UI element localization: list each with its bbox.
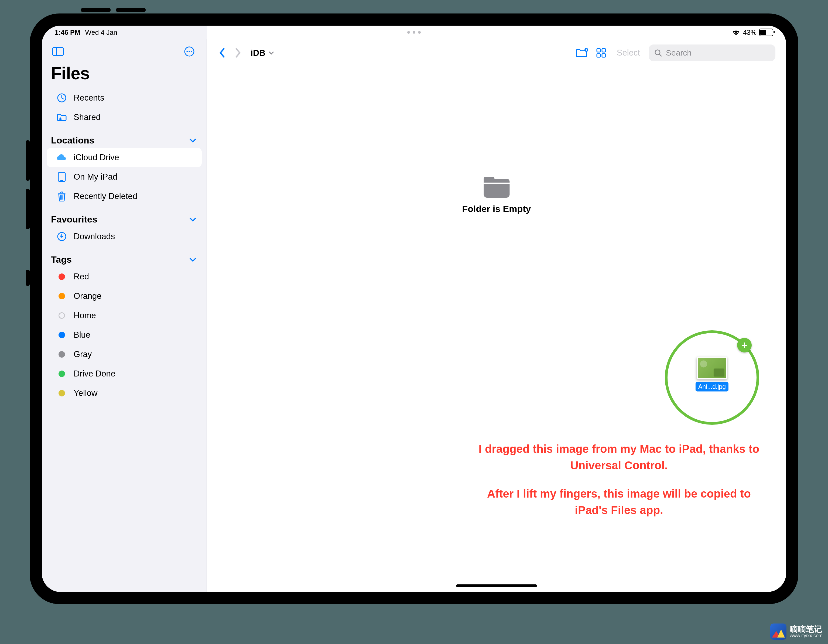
svg-line-20 xyxy=(659,54,661,56)
section-header-tags[interactable]: Tags xyxy=(42,246,207,267)
tag-dot-icon xyxy=(56,329,68,341)
svg-rect-18 xyxy=(602,54,605,57)
svg-point-4 xyxy=(189,51,190,52)
home-indicator[interactable] xyxy=(456,584,537,587)
section-header-favourites[interactable]: Favourites xyxy=(42,206,207,227)
svg-point-7 xyxy=(60,118,61,119)
hardware-side-button-3 xyxy=(26,270,30,286)
annotation-line-2: After I lift my fingers, this image will… xyxy=(476,486,762,519)
sidebar-item-recently-deleted[interactable]: Recently Deleted xyxy=(47,186,202,206)
section-label: Tags xyxy=(51,254,72,265)
hardware-side-button-1 xyxy=(26,140,30,181)
svg-point-5 xyxy=(191,51,192,52)
battery-icon xyxy=(759,28,773,36)
watermark-logo-icon xyxy=(770,624,786,640)
battery-percent: 43% xyxy=(743,28,756,36)
sidebar-item-downloads[interactable]: Downloads xyxy=(47,227,202,246)
svg-rect-16 xyxy=(602,49,605,52)
sidebar-tag-orange[interactable]: Orange xyxy=(47,287,202,306)
content-area: iDB Select xyxy=(207,39,786,592)
hardware-side-button-2 xyxy=(26,189,30,229)
sidebar-tag-drive-done[interactable]: Drive Done xyxy=(47,364,202,384)
sidebar: Files Recents Shared Locations xyxy=(42,39,207,592)
sidebar-item-label: Recents xyxy=(74,93,104,103)
search-icon xyxy=(654,49,662,57)
ipad-icon xyxy=(56,171,68,183)
section-label: Favourites xyxy=(51,214,97,225)
tag-dot-icon xyxy=(56,271,68,283)
status-bar: 1:46 PM Wed 4 Jan 43% xyxy=(42,26,786,39)
app-title: Files xyxy=(42,60,207,88)
sidebar-item-label: Downloads xyxy=(74,232,115,241)
sidebar-item-label: Home xyxy=(74,311,96,320)
shared-folder-icon xyxy=(56,111,68,123)
folder-icon xyxy=(484,177,510,198)
trash-icon xyxy=(56,190,68,202)
annotation-line-1: I dragged this image from my Mac to iPad… xyxy=(476,441,762,474)
multitasking-dots[interactable] xyxy=(407,31,421,34)
forward-button[interactable] xyxy=(233,47,243,58)
file-name-label: Ani...d.jpg xyxy=(696,382,728,391)
annotation-text: I dragged this image from my Mac to iPad… xyxy=(476,441,762,530)
sidebar-item-label: Drive Done xyxy=(74,369,115,379)
sidebar-item-label: iCloud Drive xyxy=(74,153,119,162)
toolbar: iDB Select xyxy=(207,39,786,66)
sidebar-tag-yellow[interactable]: Yellow xyxy=(47,384,202,403)
sidebar-item-icloud-drive[interactable]: iCloud Drive xyxy=(47,148,202,167)
more-options-button[interactable] xyxy=(182,44,196,58)
download-icon xyxy=(56,230,68,243)
toggle-sidebar-button[interactable] xyxy=(51,44,65,58)
sidebar-tag-blue[interactable]: Blue xyxy=(47,325,202,345)
sidebar-tag-gray[interactable]: Gray xyxy=(47,345,202,364)
sidebar-item-label: Gray xyxy=(74,349,92,359)
watermark-url: www.ityixx.com xyxy=(790,633,823,638)
tag-dot-icon xyxy=(56,368,68,380)
sidebar-item-label: Recently Deleted xyxy=(74,191,137,201)
wifi-icon xyxy=(732,29,740,36)
screen: 1:46 PM Wed 4 Jan 43% xyxy=(42,26,786,592)
icloud-icon xyxy=(56,152,68,163)
status-date: Wed 4 Jan xyxy=(85,28,117,36)
status-time: 1:46 PM xyxy=(55,28,80,36)
file-thumbnail xyxy=(697,357,727,379)
breadcrumb-label: iDB xyxy=(251,48,265,58)
sidebar-item-on-my-ipad[interactable]: On My iPad xyxy=(47,167,202,186)
sidebar-item-label: On My iPad xyxy=(74,172,117,182)
select-button[interactable]: Select xyxy=(613,48,643,58)
search-field[interactable] xyxy=(649,44,775,61)
sidebar-item-label: Yellow xyxy=(74,389,97,398)
sidebar-item-label: Red xyxy=(74,272,89,282)
chevron-down-icon xyxy=(189,138,196,143)
empty-label: Folder is Empty xyxy=(462,204,531,214)
plus-badge-icon: + xyxy=(737,338,752,353)
back-button[interactable] xyxy=(216,47,227,58)
chevron-down-icon xyxy=(189,257,196,262)
svg-point-3 xyxy=(187,51,188,52)
sidebar-item-shared[interactable]: Shared xyxy=(47,108,202,127)
clock-icon xyxy=(56,92,68,104)
svg-rect-15 xyxy=(597,49,601,52)
sidebar-tag-red[interactable]: Red xyxy=(47,267,202,287)
sidebar-item-recents[interactable]: Recents xyxy=(47,88,202,108)
tag-dot-icon xyxy=(56,348,68,360)
hardware-volume-up xyxy=(81,8,111,12)
hardware-volume-down xyxy=(116,8,146,12)
ipad-frame: 1:46 PM Wed 4 Jan 43% xyxy=(30,14,798,604)
sidebar-tag-home[interactable]: Home xyxy=(47,306,202,325)
breadcrumb[interactable]: iDB xyxy=(251,48,274,58)
dragged-file: Ani...d.jpg xyxy=(696,357,728,391)
view-options-button[interactable] xyxy=(594,46,608,60)
sidebar-item-label: Shared xyxy=(74,113,100,122)
new-folder-button[interactable] xyxy=(575,46,589,60)
tag-dot-icon xyxy=(56,310,68,321)
folder-body[interactable]: Folder is Empty + Ani...d.jpg I dragged … xyxy=(207,66,786,592)
section-label: Locations xyxy=(51,135,94,146)
watermark: 嘀嘀笔记 www.ityixx.com xyxy=(770,624,823,640)
tag-dot-icon xyxy=(56,290,68,302)
svg-rect-17 xyxy=(597,54,601,57)
chevron-down-icon xyxy=(269,51,274,55)
search-input[interactable] xyxy=(665,48,770,58)
app-body: Files Recents Shared Locations xyxy=(42,39,786,592)
sidebar-item-label: Orange xyxy=(74,291,101,301)
section-header-locations[interactable]: Locations xyxy=(42,127,207,148)
